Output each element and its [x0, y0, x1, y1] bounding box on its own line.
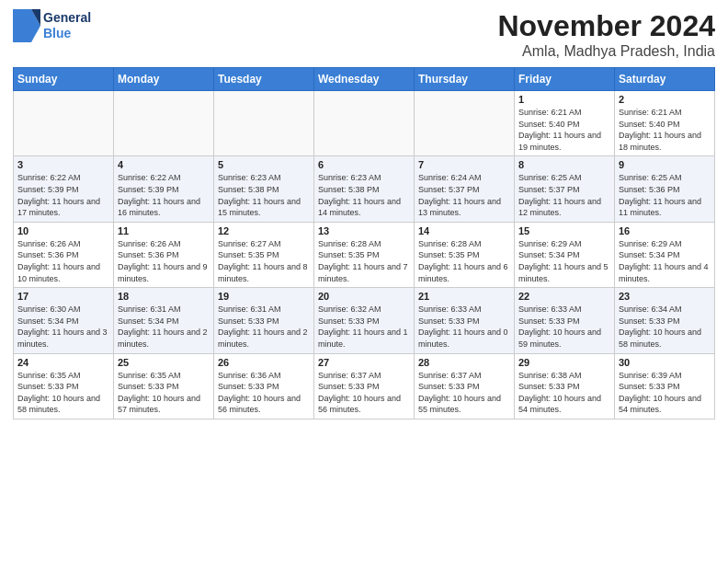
- calendar-day-cell: [114, 91, 214, 156]
- day-info: Sunrise: 6:27 AM Sunset: 5:35 PM Dayligh…: [218, 238, 310, 284]
- calendar-day-cell: 26Sunrise: 6:36 AM Sunset: 5:33 PM Dayli…: [214, 353, 314, 419]
- calendar-day-cell: 6Sunrise: 6:23 AM Sunset: 5:38 PM Daylig…: [314, 156, 415, 222]
- day-info: Sunrise: 6:35 AM Sunset: 5:33 PM Dayligh…: [17, 370, 109, 416]
- calendar-day-cell: [415, 91, 515, 156]
- calendar-day-cell: 18Sunrise: 6:31 AM Sunset: 5:34 PM Dayli…: [114, 288, 214, 353]
- calendar-day-cell: 16Sunrise: 6:29 AM Sunset: 5:34 PM Dayli…: [615, 222, 715, 287]
- day-info: Sunrise: 6:24 AM Sunset: 5:37 PM Dayligh…: [418, 172, 510, 218]
- calendar-day-cell: 15Sunrise: 6:29 AM Sunset: 5:34 PM Dayli…: [515, 222, 615, 287]
- day-info: Sunrise: 6:26 AM Sunset: 5:36 PM Dayligh…: [17, 238, 109, 284]
- day-number: 9: [619, 159, 711, 170]
- calendar-col-header: Monday: [114, 68, 214, 91]
- calendar-col-header: Tuesday: [214, 68, 314, 91]
- day-number: 10: [17, 225, 109, 236]
- calendar-day-cell: 4Sunrise: 6:22 AM Sunset: 5:39 PM Daylig…: [114, 156, 214, 222]
- day-info: Sunrise: 6:34 AM Sunset: 5:33 PM Dayligh…: [619, 304, 711, 350]
- calendar-day-cell: 14Sunrise: 6:28 AM Sunset: 5:35 PM Dayli…: [415, 222, 515, 287]
- calendar-day-cell: 27Sunrise: 6:37 AM Sunset: 5:33 PM Dayli…: [314, 353, 415, 419]
- day-info: Sunrise: 6:30 AM Sunset: 5:34 PM Dayligh…: [17, 304, 109, 350]
- page: General Blue November 2024 Amla, Madhya …: [0, 0, 728, 563]
- day-info: Sunrise: 6:22 AM Sunset: 5:39 PM Dayligh…: [118, 172, 210, 218]
- day-number: 1: [518, 94, 610, 105]
- calendar-col-header: Friday: [515, 68, 615, 91]
- calendar-col-header: Sunday: [14, 68, 114, 91]
- logo: General Blue: [13, 9, 91, 42]
- month-title: November 2024: [497, 9, 715, 43]
- day-info: Sunrise: 6:21 AM Sunset: 5:40 PM Dayligh…: [518, 107, 610, 153]
- calendar-week-row: 3Sunrise: 6:22 AM Sunset: 5:39 PM Daylig…: [14, 156, 715, 222]
- day-number: 12: [218, 225, 310, 236]
- calendar-col-header: Saturday: [615, 68, 715, 91]
- calendar-day-cell: 30Sunrise: 6:39 AM Sunset: 5:33 PM Dayli…: [615, 353, 715, 419]
- logo-icon: [13, 9, 40, 42]
- calendar-day-cell: [214, 91, 314, 156]
- day-number: 11: [118, 225, 210, 236]
- day-number: 29: [518, 357, 610, 368]
- day-info: Sunrise: 6:37 AM Sunset: 5:33 PM Dayligh…: [318, 370, 410, 416]
- day-number: 7: [418, 159, 510, 170]
- logo-general: General: [43, 10, 91, 26]
- day-number: 26: [218, 357, 310, 368]
- calendar-day-cell: 23Sunrise: 6:34 AM Sunset: 5:33 PM Dayli…: [615, 288, 715, 353]
- day-number: 23: [619, 291, 711, 302]
- calendar-day-cell: 13Sunrise: 6:28 AM Sunset: 5:35 PM Dayli…: [314, 222, 415, 287]
- calendar-day-cell: [14, 91, 114, 156]
- day-info: Sunrise: 6:23 AM Sunset: 5:38 PM Dayligh…: [318, 172, 410, 218]
- day-info: Sunrise: 6:25 AM Sunset: 5:37 PM Dayligh…: [518, 172, 610, 218]
- day-number: 6: [318, 159, 410, 170]
- day-number: 22: [518, 291, 610, 302]
- day-number: 20: [318, 291, 410, 302]
- day-number: 30: [619, 357, 711, 368]
- calendar-week-row: 17Sunrise: 6:30 AM Sunset: 5:34 PM Dayli…: [14, 288, 715, 353]
- day-number: 3: [17, 159, 109, 170]
- day-info: Sunrise: 6:35 AM Sunset: 5:33 PM Dayligh…: [118, 370, 210, 416]
- day-number: 4: [118, 159, 210, 170]
- logo-blue: Blue: [43, 26, 91, 41]
- day-info: Sunrise: 6:21 AM Sunset: 5:40 PM Dayligh…: [619, 107, 711, 153]
- day-info: Sunrise: 6:31 AM Sunset: 5:33 PM Dayligh…: [218, 304, 310, 350]
- calendar-day-cell: 12Sunrise: 6:27 AM Sunset: 5:35 PM Dayli…: [214, 222, 314, 287]
- day-info: Sunrise: 6:29 AM Sunset: 5:34 PM Dayligh…: [619, 238, 711, 284]
- day-info: Sunrise: 6:29 AM Sunset: 5:34 PM Dayligh…: [518, 238, 610, 284]
- calendar-day-cell: 3Sunrise: 6:22 AM Sunset: 5:39 PM Daylig…: [14, 156, 114, 222]
- calendar: SundayMondayTuesdayWednesdayThursdayFrid…: [13, 67, 715, 419]
- calendar-day-cell: 29Sunrise: 6:38 AM Sunset: 5:33 PM Dayli…: [515, 353, 615, 419]
- calendar-day-cell: 19Sunrise: 6:31 AM Sunset: 5:33 PM Dayli…: [214, 288, 314, 353]
- day-number: 16: [619, 225, 711, 236]
- calendar-day-cell: 25Sunrise: 6:35 AM Sunset: 5:33 PM Dayli…: [114, 353, 214, 419]
- calendar-week-row: 24Sunrise: 6:35 AM Sunset: 5:33 PM Dayli…: [14, 353, 715, 419]
- day-number: 15: [518, 225, 610, 236]
- day-info: Sunrise: 6:33 AM Sunset: 5:33 PM Dayligh…: [518, 304, 610, 350]
- calendar-day-cell: 11Sunrise: 6:26 AM Sunset: 5:36 PM Dayli…: [114, 222, 214, 287]
- day-number: 2: [619, 94, 711, 105]
- calendar-week-row: 10Sunrise: 6:26 AM Sunset: 5:36 PM Dayli…: [14, 222, 715, 287]
- calendar-day-cell: 1Sunrise: 6:21 AM Sunset: 5:40 PM Daylig…: [515, 91, 615, 156]
- day-number: 27: [318, 357, 410, 368]
- day-info: Sunrise: 6:36 AM Sunset: 5:33 PM Dayligh…: [218, 370, 310, 416]
- title-block: November 2024 Amla, Madhya Pradesh, Indi…: [497, 9, 715, 60]
- calendar-col-header: Wednesday: [314, 68, 415, 91]
- day-info: Sunrise: 6:25 AM Sunset: 5:36 PM Dayligh…: [619, 172, 711, 218]
- day-number: 28: [418, 357, 510, 368]
- day-number: 18: [118, 291, 210, 302]
- calendar-day-cell: 22Sunrise: 6:33 AM Sunset: 5:33 PM Dayli…: [515, 288, 615, 353]
- day-number: 13: [318, 225, 410, 236]
- day-info: Sunrise: 6:22 AM Sunset: 5:39 PM Dayligh…: [17, 172, 109, 218]
- calendar-col-header: Thursday: [415, 68, 515, 91]
- day-number: 21: [418, 291, 510, 302]
- day-number: 19: [218, 291, 310, 302]
- day-number: 14: [418, 225, 510, 236]
- day-number: 17: [17, 291, 109, 302]
- calendar-day-cell: [314, 91, 415, 156]
- calendar-day-cell: 8Sunrise: 6:25 AM Sunset: 5:37 PM Daylig…: [515, 156, 615, 222]
- calendar-week-row: 1Sunrise: 6:21 AM Sunset: 5:40 PM Daylig…: [14, 91, 715, 156]
- day-info: Sunrise: 6:37 AM Sunset: 5:33 PM Dayligh…: [418, 370, 510, 416]
- location-title: Amla, Madhya Pradesh, India: [497, 43, 715, 60]
- day-info: Sunrise: 6:26 AM Sunset: 5:36 PM Dayligh…: [118, 238, 210, 284]
- day-number: 8: [518, 159, 610, 170]
- day-info: Sunrise: 6:31 AM Sunset: 5:34 PM Dayligh…: [118, 304, 210, 350]
- calendar-day-cell: 17Sunrise: 6:30 AM Sunset: 5:34 PM Dayli…: [14, 288, 114, 353]
- day-info: Sunrise: 6:23 AM Sunset: 5:38 PM Dayligh…: [218, 172, 310, 218]
- logo-text: General Blue: [43, 10, 91, 41]
- day-number: 5: [218, 159, 310, 170]
